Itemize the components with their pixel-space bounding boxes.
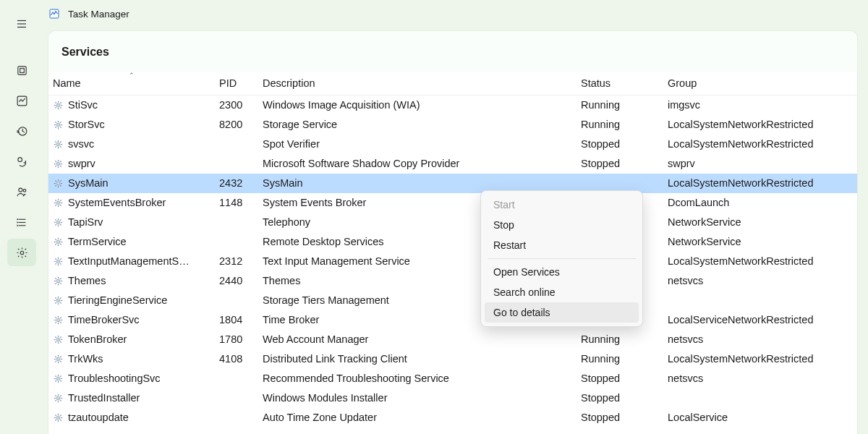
cell-pid: 2300 xyxy=(215,95,258,115)
table-row[interactable]: SystemEventsBroker1148System Events Brok… xyxy=(48,193,857,213)
cell-status: Running xyxy=(576,330,663,349)
svg-line-59 xyxy=(55,180,56,181)
menu-item-search-online[interactable]: Search online xyxy=(485,282,639,302)
menu-item-restart[interactable]: Restart xyxy=(485,235,639,255)
svg-line-170 xyxy=(60,414,61,415)
service-name: TrustedInstaller xyxy=(68,392,140,404)
performance-icon xyxy=(16,95,28,107)
svg-point-14 xyxy=(17,222,17,223)
service-icon xyxy=(53,393,64,404)
svg-line-168 xyxy=(60,420,61,420)
svg-line-134 xyxy=(60,336,61,337)
svg-line-77 xyxy=(55,219,56,220)
nav-services[interactable] xyxy=(7,239,36,266)
table-row[interactable]: Themes2440Themesnetsvcs xyxy=(48,271,857,291)
menu-item-go-to-details[interactable]: Go to details xyxy=(485,302,639,323)
svg-rect-3 xyxy=(17,66,25,74)
svg-line-88 xyxy=(55,244,56,244)
page-title: Services xyxy=(48,31,857,72)
table-row[interactable]: StorSvc8200Storage ServiceRunningLocalSy… xyxy=(48,115,857,135)
table-row[interactable]: TrustedInstallerWindows Modules Installe… xyxy=(48,388,857,408)
svg-line-152 xyxy=(60,375,61,376)
menu-item-open-services[interactable]: Open Services xyxy=(485,262,639,282)
svg-line-113 xyxy=(55,297,56,298)
col-header-group[interactable]: Group xyxy=(663,72,857,95)
cell-desc: Auto Time Zone Updater xyxy=(258,408,576,427)
cell-group: netsvcs xyxy=(663,271,857,291)
svg-point-63 xyxy=(56,201,60,205)
service-icon xyxy=(53,334,64,345)
svg-point-27 xyxy=(56,123,60,127)
service-name: swprv xyxy=(68,158,95,169)
table-row[interactable]: swprvMicrosoft Software Shadow Copy Prov… xyxy=(48,154,857,174)
main-area: Task Manager Services ⌃ Name PID Descrip… xyxy=(43,0,868,434)
svg-line-122 xyxy=(55,317,56,318)
menu-separator xyxy=(488,258,636,259)
svg-point-16 xyxy=(20,251,24,255)
nav-app-history[interactable] xyxy=(7,117,36,145)
col-header-pid[interactable]: PID xyxy=(215,72,258,95)
svg-point-9 xyxy=(23,189,26,192)
service-name: tzautoupdate xyxy=(68,412,129,423)
table-row[interactable]: tzautoupdateAuto Time Zone UpdaterStoppe… xyxy=(48,408,857,427)
nav-details[interactable] xyxy=(7,208,36,236)
table-row[interactable]: svsvcSpot VerifierStoppedLocalSystemNetw… xyxy=(48,135,857,154)
cell-desc: Storage Service xyxy=(258,115,576,135)
app-icon xyxy=(48,7,61,20)
cell-desc: Distributed Link Tracking Client xyxy=(258,349,576,369)
cell-group: imgsvc xyxy=(663,95,857,115)
svg-line-42 xyxy=(60,146,61,147)
svg-line-124 xyxy=(55,322,56,323)
table-row[interactable]: TokenBroker1780Web Account ManagerRunnin… xyxy=(48,330,857,349)
svg-line-43 xyxy=(55,146,56,147)
col-header-description[interactable]: Description xyxy=(258,72,576,95)
svg-point-162 xyxy=(56,416,60,420)
svg-line-115 xyxy=(55,302,56,303)
cell-group: NetworkService xyxy=(663,213,857,232)
cell-pid: 2432 xyxy=(215,174,258,193)
sidebar xyxy=(0,0,43,434)
table-row[interactable]: TermServiceRemote Desktop ServicesNetwor… xyxy=(48,232,857,252)
service-name: TermService xyxy=(68,236,127,247)
svg-line-62 xyxy=(60,180,61,181)
cell-pid: 2312 xyxy=(215,252,258,271)
hamburger-button[interactable] xyxy=(7,10,36,38)
service-icon xyxy=(53,237,64,247)
svg-point-72 xyxy=(56,221,60,224)
cell-group: netsvcs xyxy=(663,369,857,388)
menu-item-stop[interactable]: Stop xyxy=(485,215,639,235)
table-row[interactable]: SysMain2432SysMainLocalSystemNetworkRest… xyxy=(48,174,857,193)
cell-pid: 4108 xyxy=(215,349,258,369)
table-row[interactable]: TieringEngineServiceStorage Tiers Manage… xyxy=(48,291,857,310)
nav-startup-apps[interactable] xyxy=(7,148,36,175)
table-row[interactable]: TapiSrvTelephonyNetworkService xyxy=(48,213,857,232)
cell-status: Stopped xyxy=(576,408,663,427)
nav-processes[interactable] xyxy=(7,56,36,84)
col-header-name[interactable]: ⌃ Name xyxy=(48,72,215,95)
svg-line-95 xyxy=(55,258,56,259)
table-row[interactable]: TimeBrokerSvc1804Time BrokerRunningLocal… xyxy=(48,310,857,330)
col-header-status[interactable]: Status xyxy=(576,72,663,95)
svg-line-140 xyxy=(55,356,56,357)
users-icon xyxy=(16,186,28,198)
svg-line-98 xyxy=(60,258,61,259)
nav-users[interactable] xyxy=(7,178,36,205)
svg-line-143 xyxy=(60,356,61,357)
sort-ascending-indicator: ⌃ xyxy=(129,72,135,79)
svg-point-90 xyxy=(56,260,60,263)
table-row[interactable]: StiSvc2300Windows Image Acquisition (WIA… xyxy=(48,95,857,115)
table-row[interactable]: TroubleshootingSvcRecommended Troublesho… xyxy=(48,369,857,388)
cell-pid xyxy=(215,388,258,408)
service-name: TokenBroker xyxy=(68,333,127,345)
table-row[interactable]: TrkWks4108Distributed Link Tracking Clie… xyxy=(48,349,857,369)
svg-line-50 xyxy=(55,161,56,161)
svg-line-104 xyxy=(55,278,56,278)
svg-point-99 xyxy=(56,279,60,283)
table-row[interactable]: TextInputManagementS…2312Text Input Mana… xyxy=(48,252,857,271)
nav-performance[interactable] xyxy=(7,87,36,114)
svg-point-13 xyxy=(17,218,17,219)
svg-line-116 xyxy=(60,297,61,298)
cell-desc: Windows Modules Installer xyxy=(258,388,576,408)
svg-line-32 xyxy=(55,122,56,122)
svg-line-70 xyxy=(55,205,56,205)
